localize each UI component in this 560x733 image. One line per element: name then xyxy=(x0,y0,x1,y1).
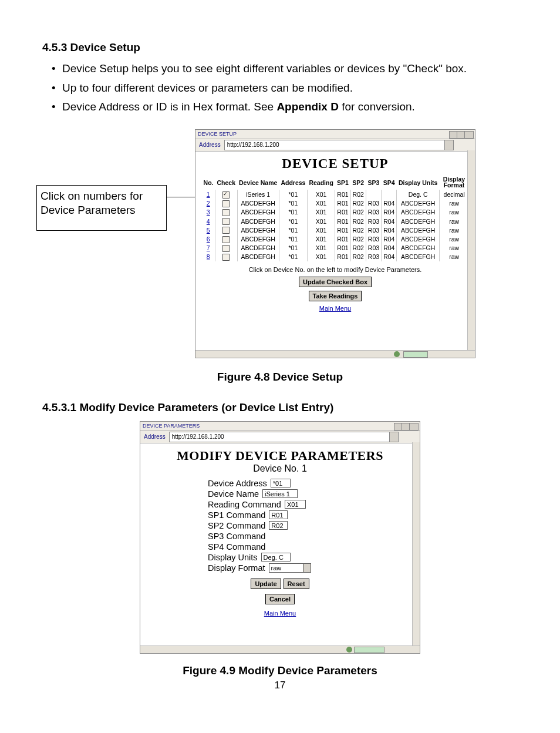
display-units-input[interactable]: Deg. C xyxy=(261,553,291,561)
check-box[interactable] xyxy=(222,209,230,216)
cell-units: Deg. C xyxy=(397,190,440,199)
table-row: 7ABCDEFGH*01X01R01R02R03R04ABCDEFGHraw xyxy=(202,244,469,253)
check-box[interactable] xyxy=(222,227,230,234)
main-menu-link[interactable]: Main Menu xyxy=(319,305,351,312)
check-box[interactable] xyxy=(222,236,230,243)
cell-sp1: R01 xyxy=(335,253,350,261)
cell-sp1: R01 xyxy=(335,217,350,226)
chevron-down-icon xyxy=(305,567,309,569)
check-box[interactable] xyxy=(222,245,230,252)
cell-sp1: R01 xyxy=(335,190,350,199)
device-no-link[interactable]: 4 xyxy=(207,218,210,225)
cell-format: raw xyxy=(439,199,468,208)
table-row: 1iSeries 1*01X01R01R02Deg. Cdecimal xyxy=(202,190,469,199)
cell-name: ABCDEFGH xyxy=(237,253,279,261)
table-row: 5ABCDEFGH*01X01R01R02R03R04ABCDEFGHraw xyxy=(202,226,469,234)
col-sp4: SP4 xyxy=(382,175,397,190)
table-row: 4ABCDEFGH*01X01R01R02R03R04ABCDEFGHraw xyxy=(202,217,469,226)
figure-4-8: Click on numbers for Device Parameters D… xyxy=(36,129,512,361)
cell-name: iSeries 1 xyxy=(237,190,279,199)
sp1-command-label: SP1 Command xyxy=(208,510,269,520)
page-title: MODIFY DEVICE PARAMETERS xyxy=(140,448,420,463)
device-no-link[interactable]: 1 xyxy=(207,191,210,198)
cell-format: raw xyxy=(439,208,468,217)
cell-reading: X01 xyxy=(307,217,335,226)
device-no-link[interactable]: 8 xyxy=(207,253,210,260)
address-label: Address xyxy=(140,433,169,440)
scrollbar-vertical[interactable] xyxy=(412,442,420,646)
cell-sp4: R04 xyxy=(382,217,397,226)
sp2-command-label: SP2 Command xyxy=(208,521,269,530)
cell-sp3 xyxy=(366,190,381,199)
page-number: 17 xyxy=(42,680,518,691)
window-title: DEVICE PARAMETERS xyxy=(143,423,200,429)
table-row: 6ABCDEFGH*01X01R01R02R03R04ABCDEFGHraw xyxy=(202,234,469,243)
browser-window-device-parameters: DEVICE PARAMETERS Address http://192.168… xyxy=(140,421,420,654)
device-no-link[interactable]: 6 xyxy=(207,236,210,243)
col-name: Device Name xyxy=(237,175,279,190)
cell-addr: *01 xyxy=(279,226,307,234)
hint-text: Click on Device No. on the left to modif… xyxy=(195,266,475,273)
device-no-link[interactable]: 7 xyxy=(207,244,210,251)
device-name-input[interactable]: iSeries 1 xyxy=(262,489,298,498)
go-button[interactable] xyxy=(402,432,417,442)
col-reading: Reading xyxy=(307,175,335,190)
go-button[interactable] xyxy=(457,140,473,150)
reading-command-input[interactable]: X01 xyxy=(285,500,306,509)
cell-sp4 xyxy=(382,190,397,199)
cell-format: raw xyxy=(439,244,468,253)
cell-format: raw xyxy=(439,226,468,234)
internet-zone-icon xyxy=(346,647,352,653)
address-input[interactable]: http://192.168.1.200 xyxy=(169,432,399,442)
cell-sp1: R01 xyxy=(335,199,350,208)
cell-reading: X01 xyxy=(307,234,335,243)
update-checked-button[interactable]: Update Checked Box xyxy=(299,277,372,287)
viewport: DEVICE SETUP No. Check Device Name Addre… xyxy=(195,152,475,352)
cell-sp1: R01 xyxy=(335,234,350,243)
bullet-list: Device Setup helps you to see eight diff… xyxy=(42,61,518,115)
window-controls-icon[interactable] xyxy=(449,131,474,139)
device-address-input[interactable]: *01 xyxy=(271,479,291,487)
device-no-link[interactable]: 2 xyxy=(207,200,210,207)
cell-addr: *01 xyxy=(279,253,307,261)
update-button[interactable]: Update xyxy=(251,579,281,589)
cell-sp4: R04 xyxy=(382,244,397,253)
col-sp2: SP2 xyxy=(350,175,366,190)
reset-button[interactable]: Reset xyxy=(284,579,309,589)
progress-icon xyxy=(354,647,384,653)
cell-sp4: R04 xyxy=(382,234,397,243)
cancel-button[interactable]: Cancel xyxy=(265,594,295,604)
device-table: No. Check Device Name Address Reading SP… xyxy=(202,175,469,261)
cell-sp3: R03 xyxy=(366,208,381,217)
main-menu-link[interactable]: Main Menu xyxy=(264,610,296,617)
cell-units: ABCDEFGH xyxy=(397,208,440,217)
cell-sp4: R04 xyxy=(382,226,397,234)
cell-reading: X01 xyxy=(307,253,335,261)
cell-reading: X01 xyxy=(307,199,335,208)
device-name-label: Device Name xyxy=(208,489,262,499)
device-no-link[interactable]: 3 xyxy=(207,209,210,216)
col-no: No. xyxy=(202,175,215,190)
window-controls-icon[interactable] xyxy=(394,423,419,431)
sp3-command-label: SP3 Command xyxy=(208,532,269,541)
check-box[interactable] xyxy=(222,254,230,261)
callout-box: Click on numbers for Device Parameters xyxy=(36,185,167,231)
sp2-command-input[interactable]: R02 xyxy=(269,521,288,530)
device-no-link[interactable]: 5 xyxy=(207,227,210,234)
cell-sp1: R01 xyxy=(335,226,350,234)
check-box[interactable] xyxy=(222,200,230,207)
sp1-command-input[interactable]: R01 xyxy=(269,510,288,519)
progress-icon xyxy=(403,351,428,358)
table-row: 3ABCDEFGH*01X01R01R02R03R04ABCDEFGHraw xyxy=(202,208,469,217)
cell-sp3: R03 xyxy=(366,217,381,226)
figure-4-8-caption: Figure 4.8 Device Setup xyxy=(42,371,518,384)
check-box[interactable] xyxy=(222,191,230,199)
cell-reading: X01 xyxy=(307,226,335,234)
scrollbar-vertical[interactable] xyxy=(467,150,475,351)
check-box[interactable] xyxy=(222,218,230,225)
cell-addr: *01 xyxy=(279,190,307,199)
display-format-select[interactable]: raw xyxy=(269,563,311,573)
take-readings-button[interactable]: Take Readings xyxy=(309,291,362,301)
address-input[interactable]: http://192.168.1.200 xyxy=(224,140,454,150)
cell-addr: *01 xyxy=(279,234,307,243)
